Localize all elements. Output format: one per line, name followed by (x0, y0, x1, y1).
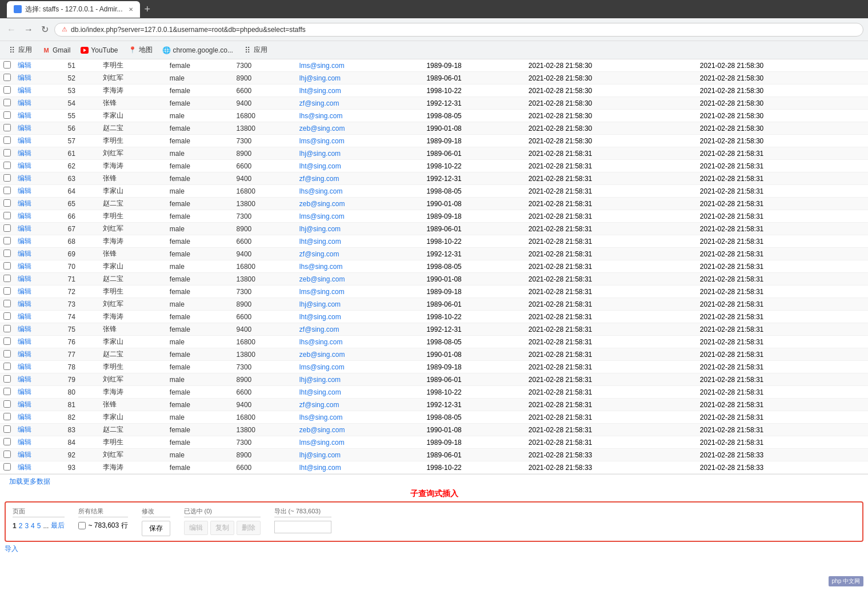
email-cell[interactable]: lht@sing.com (296, 235, 423, 248)
edit-link[interactable]: 编辑 (18, 212, 31, 220)
email-link[interactable]: lhj@sing.com (299, 150, 341, 158)
row-checkbox[interactable] (3, 136, 11, 144)
row-checkbox-cell[interactable] (0, 260, 14, 273)
edit-cell[interactable]: 编辑 (14, 323, 65, 336)
row-checkbox[interactable] (3, 337, 11, 345)
page-3-link[interactable]: 3 (25, 522, 29, 530)
row-checkbox-cell[interactable] (0, 223, 14, 235)
email-cell[interactable]: zeb@sing.com (296, 198, 423, 210)
email-cell[interactable]: lms@sing.com (296, 135, 423, 147)
row-checkbox-cell[interactable] (0, 147, 14, 160)
row-checkbox-cell[interactable] (0, 436, 14, 449)
email-link[interactable]: lms@sing.com (299, 439, 345, 447)
email-cell[interactable]: lhs@sing.com (296, 260, 423, 273)
email-cell[interactable]: lht@sing.com (296, 160, 423, 172)
email-link[interactable]: lms@sing.com (299, 363, 345, 371)
page-5-link[interactable]: 5 (37, 522, 41, 530)
row-checkbox[interactable] (3, 287, 11, 295)
email-link[interactable]: lht@sing.com (299, 87, 341, 95)
row-checkbox-cell[interactable] (0, 235, 14, 248)
email-link[interactable]: zeb@sing.com (299, 426, 345, 434)
row-checkbox-cell[interactable] (0, 59, 14, 72)
email-cell[interactable]: zeb@sing.com (296, 424, 423, 436)
row-checkbox[interactable] (3, 111, 11, 119)
row-checkbox[interactable] (3, 325, 11, 332)
email-link[interactable]: lht@sing.com (299, 464, 341, 472)
email-link[interactable]: lms@sing.com (299, 212, 345, 220)
edit-cell[interactable]: 编辑 (14, 185, 65, 198)
edit-link[interactable]: 编辑 (18, 375, 31, 383)
edit-link[interactable]: 编辑 (18, 237, 31, 245)
row-checkbox-cell[interactable] (0, 286, 14, 298)
row-checkbox-cell[interactable] (0, 336, 14, 348)
email-cell[interactable]: lht@sing.com (296, 386, 423, 399)
edit-link[interactable]: 编辑 (18, 337, 31, 345)
edit-link[interactable]: 编辑 (18, 187, 31, 195)
email-cell[interactable]: lhj@sing.com (296, 449, 423, 461)
edit-cell[interactable]: 编辑 (14, 235, 65, 248)
email-cell[interactable]: zeb@sing.com (296, 122, 423, 135)
edit-cell[interactable]: 编辑 (14, 97, 65, 110)
edit-link[interactable]: 编辑 (18, 174, 31, 182)
apps2-bookmark[interactable]: ⠿ 应用 (240, 44, 271, 56)
email-link[interactable]: zf@sing.com (299, 99, 339, 107)
edit-link[interactable]: 编辑 (18, 388, 31, 396)
email-cell[interactable]: zf@sing.com (296, 399, 423, 411)
email-link[interactable]: lhj@sing.com (299, 376, 341, 384)
email-link[interactable]: lhj@sing.com (299, 74, 341, 82)
edit-cell[interactable]: 编辑 (14, 72, 65, 85)
row-checkbox[interactable] (3, 300, 11, 307)
email-link[interactable]: lms@sing.com (299, 288, 345, 296)
edit-link[interactable]: 编辑 (18, 413, 31, 421)
browser-tab[interactable]: 选择: staffs - 127.0.0.1 - Admir... ✕ (7, 1, 140, 18)
import-link[interactable]: 导入 (5, 545, 18, 553)
email-link[interactable]: lhs@sing.com (299, 187, 343, 195)
row-checkbox[interactable] (3, 61, 11, 69)
maps-bookmark[interactable]: 📍 地图 (125, 44, 156, 56)
email-link[interactable]: lms@sing.com (299, 137, 345, 145)
email-link[interactable]: lhs@sing.com (299, 263, 343, 271)
email-cell[interactable]: zeb@sing.com (296, 348, 423, 361)
row-checkbox-cell[interactable] (0, 449, 14, 461)
email-cell[interactable]: lhj@sing.com (296, 223, 423, 235)
tab-close-button[interactable]: ✕ (129, 6, 133, 13)
email-cell[interactable]: lhj@sing.com (296, 373, 423, 386)
edit-link[interactable]: 编辑 (18, 463, 31, 471)
row-checkbox-cell[interactable] (0, 386, 14, 399)
email-link[interactable]: lms@sing.com (299, 62, 345, 70)
row-checkbox[interactable] (3, 275, 11, 282)
email-cell[interactable]: lhs@sing.com (296, 185, 423, 198)
row-checkbox-cell[interactable] (0, 85, 14, 97)
load-more-link[interactable]: 加载更多数据 (9, 477, 50, 487)
email-link[interactable]: lhs@sing.com (299, 112, 343, 120)
row-checkbox[interactable] (3, 237, 11, 244)
chrome-bookmark[interactable]: 🌐 chrome.google.co... (159, 45, 237, 55)
edit-link[interactable]: 编辑 (18, 250, 31, 258)
edit-link[interactable]: 编辑 (18, 300, 31, 308)
edit-link[interactable]: 编辑 (18, 363, 31, 371)
edit-cell[interactable]: 编辑 (14, 361, 65, 373)
email-cell[interactable]: lms@sing.com (296, 210, 423, 223)
email-cell[interactable]: lhj@sing.com (296, 298, 423, 311)
row-checkbox-cell[interactable] (0, 461, 14, 474)
email-link[interactable]: lhj@sing.com (299, 300, 341, 308)
edit-link[interactable]: 编辑 (18, 325, 31, 333)
email-cell[interactable]: lhs@sing.com (296, 110, 423, 122)
row-checkbox-cell[interactable] (0, 361, 14, 373)
copy-button[interactable]: 复制 (210, 521, 234, 535)
row-checkbox[interactable] (3, 199, 11, 207)
edit-cell[interactable]: 编辑 (14, 411, 65, 424)
edit-cell[interactable]: 编辑 (14, 399, 65, 411)
edit-link[interactable]: 编辑 (18, 99, 31, 107)
row-checkbox-cell[interactable] (0, 110, 14, 122)
row-checkbox-cell[interactable] (0, 424, 14, 436)
forward-button[interactable]: → (22, 22, 35, 37)
edit-cell[interactable]: 编辑 (14, 223, 65, 235)
edit-button[interactable]: 编辑 (184, 521, 208, 535)
email-cell[interactable]: lht@sing.com (296, 311, 423, 323)
email-link[interactable]: zeb@sing.com (299, 124, 345, 132)
edit-link[interactable]: 编辑 (18, 262, 31, 270)
row-checkbox[interactable] (3, 413, 11, 420)
row-checkbox[interactable] (3, 212, 11, 219)
edit-link[interactable]: 编辑 (18, 224, 31, 232)
